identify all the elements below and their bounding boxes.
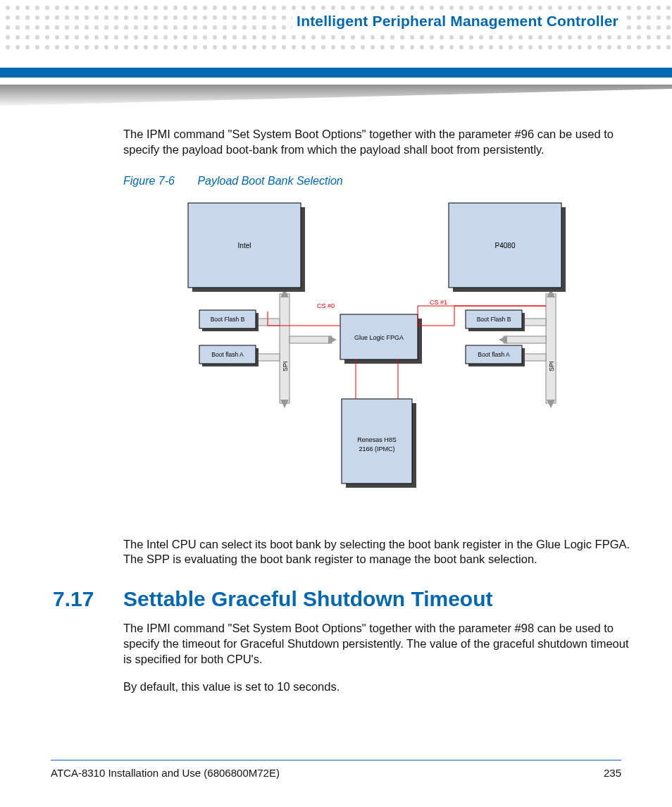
renesas-label-2: 2166 (IPMC) <box>359 445 394 452</box>
svg-rect-3 <box>280 294 290 403</box>
svg-rect-9 <box>290 336 332 343</box>
figure-number: Figure 7-6 <box>123 175 175 187</box>
header-wedge <box>0 85 672 106</box>
boot-flash-a-left: Boot flash A <box>211 351 244 358</box>
section-title: Settable Graceful Shutdown Timeout <box>123 587 493 611</box>
glue-logic-label: Glue Logic FPGA <box>354 334 404 341</box>
paragraph: The IPMI command "Set System Boot Option… <box>123 621 630 667</box>
svg-rect-14 <box>522 319 546 326</box>
svg-rect-8 <box>256 354 280 361</box>
cs0-label: CS #0 <box>317 302 335 309</box>
p4080-box-label: P4080 <box>495 242 516 250</box>
svg-marker-10 <box>328 335 337 344</box>
header-blue-bar <box>0 68 672 78</box>
figure-diagram: SPI SPI Intel P4080 Boot Flash B Boot fl… <box>173 199 581 509</box>
svg-rect-16 <box>504 336 546 343</box>
cs1-label: CS #1 <box>430 299 447 306</box>
boot-flash-b-left: Boot Flash B <box>211 316 245 323</box>
svg-marker-17 <box>499 335 507 344</box>
paragraph: By default, this value is set to 10 seco… <box>123 679 630 695</box>
footer-page-number: 235 <box>604 767 621 779</box>
svg-marker-13 <box>547 400 555 408</box>
paragraph: The IPMI command "Set System Boot Option… <box>123 127 630 158</box>
figure-caption: Figure 7-6 Payload Boot Bank Selection <box>123 175 630 187</box>
footer-doc-title: ATCA-8310 Installation and Use (6806800M… <box>51 767 280 779</box>
paragraph: The Intel CPU can select its boot bank b… <box>123 537 630 568</box>
boot-flash-b-right: Boot Flash B <box>477 316 511 323</box>
spi-label-right: SPI <box>548 361 555 371</box>
svg-marker-6 <box>280 400 289 408</box>
page-footer: ATCA-8310 Installation and Use (6806800M… <box>51 767 621 779</box>
footer-rule <box>51 760 621 760</box>
header-dot-banner: Intelligent Peripheral Management Contro… <box>0 0 672 55</box>
spi-label-left: SPI <box>282 361 289 371</box>
intel-box-label: Intel <box>238 242 251 250</box>
svg-rect-15 <box>522 354 546 361</box>
svg-marker-0 <box>0 85 672 106</box>
section-number: 7.17 <box>53 587 123 611</box>
renesas-label-1: Renesas H8S <box>357 436 397 443</box>
chapter-title: Intelligent Peripheral Management Contro… <box>297 13 618 29</box>
svg-rect-11 <box>546 294 556 403</box>
boot-flash-a-right: Boot flash A <box>478 351 510 358</box>
figure-title: Payload Boot Bank Selection <box>197 175 342 187</box>
